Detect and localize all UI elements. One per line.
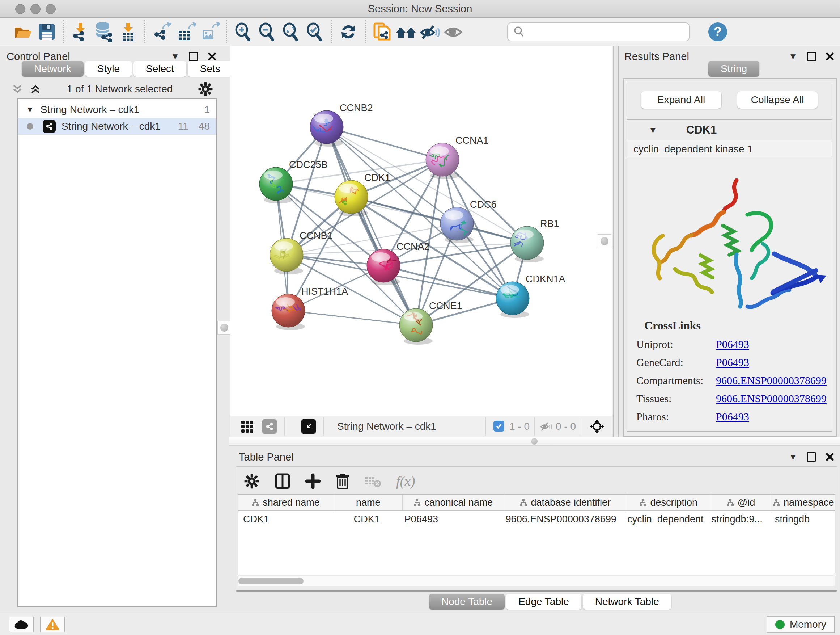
toolbar-separator (331, 20, 332, 43)
results-panel-divider[interactable] (613, 46, 619, 437)
zoom-out-button[interactable] (255, 20, 279, 44)
crosslink-pharos[interactable]: P06493 (716, 410, 749, 423)
memory-status-dot (775, 620, 785, 629)
help-button[interactable]: ? (708, 22, 727, 41)
panel-float-icon[interactable] (807, 52, 816, 61)
add-column-icon[interactable] (305, 473, 321, 489)
search-input[interactable] (529, 26, 686, 38)
panel-close-icon[interactable] (826, 52, 834, 61)
node-label-CCNB1: CCNB1 (300, 230, 333, 241)
tab-string[interactable]: String (708, 61, 759, 77)
node-CCNB1[interactable]: CCNB1 (270, 230, 333, 274)
node-CCNE1[interactable]: CCNE1 (399, 301, 462, 345)
panel-close-icon[interactable] (208, 52, 216, 61)
column-type-icon (773, 499, 780, 506)
cell-shared-name: CDK1 (238, 511, 334, 527)
crosslink-genecard[interactable]: P06493 (716, 356, 749, 369)
column-header-at-id[interactable]: @id (710, 494, 772, 510)
cell-description: cyclin–dependent ... (622, 511, 706, 527)
expand-all-icon[interactable] (29, 83, 42, 95)
hide-details-button[interactable] (418, 20, 442, 44)
gene-collapse-icon[interactable]: ▼ (649, 125, 657, 135)
column-header-shared-name[interactable]: shared name (238, 494, 334, 510)
panel-close-icon[interactable] (826, 453, 834, 461)
network-view-mode-icon[interactable] (262, 419, 277, 434)
panel-float-icon[interactable] (189, 52, 198, 61)
left-splitter-handle[interactable] (218, 321, 231, 334)
tree-expand-icon[interactable]: ▼ (26, 105, 34, 114)
collapse-all-icon[interactable] (11, 83, 24, 95)
network-canvas[interactable]: CCNB2CCNA1CDC25BCDK1CDC6RB1CCNB1CCNA2CDK… (230, 46, 612, 416)
node-CDK1[interactable]: CDK1 (332, 172, 390, 217)
import-network-file-button[interactable] (68, 20, 92, 44)
network-options-gear-icon[interactable] (197, 81, 213, 97)
birdseye-view-icon[interactable] (301, 419, 316, 434)
memory-button[interactable]: Memory (767, 616, 835, 633)
tab-style[interactable]: Style (85, 61, 132, 77)
panel-menu-icon[interactable]: ▼ (789, 51, 797, 62)
table-panel-splitter[interactable] (229, 437, 840, 446)
column-header-canonical-name[interactable]: canonical name (403, 494, 504, 510)
delete-table-icon[interactable] (364, 474, 382, 488)
node-HIST1H1A[interactable]: HIST1H1A (272, 286, 348, 330)
show-details-button[interactable] (442, 20, 466, 44)
toolbar-separator (365, 20, 366, 43)
column-header-name[interactable]: name (334, 494, 403, 510)
zoom-in-button[interactable] (231, 20, 255, 44)
pan-crosshair-icon[interactable] (589, 418, 605, 434)
clone-network-button[interactable] (370, 20, 394, 44)
refresh-button[interactable] (336, 20, 360, 44)
import-table-file-button[interactable] (116, 20, 140, 44)
export-network-button[interactable] (150, 20, 174, 44)
toolbar-separator (63, 20, 64, 43)
collapse-all-button[interactable]: Collapse All (737, 91, 818, 109)
network-collection-row[interactable]: ▼ String Network – cdk1 1 (18, 101, 216, 118)
node-RB1[interactable]: RB1 (510, 218, 559, 263)
zoom-fit-button[interactable] (279, 20, 303, 44)
warnings-button[interactable] (40, 616, 65, 632)
crosslink-tissues[interactable]: 9606.ENSP00000378699 (716, 393, 827, 405)
tab-select[interactable]: Select (134, 61, 186, 77)
node-table[interactable]: shared name name canonical name database… (238, 494, 835, 575)
right-splitter-handle[interactable] (598, 234, 611, 248)
zoom-selected-button[interactable] (303, 20, 327, 44)
cloud-status-button[interactable] (9, 616, 34, 632)
tab-node-table[interactable]: Node Table (429, 594, 505, 610)
network-row[interactable]: String Network – cdk1 11 48 (18, 118, 216, 135)
node-CCNA1[interactable]: CCNA1 (426, 135, 489, 179)
scrollbar-thumb[interactable] (238, 578, 303, 584)
panel-float-icon[interactable] (807, 452, 816, 462)
grid-mode-icon[interactable] (241, 420, 254, 433)
column-header-namespace[interactable]: namespace (772, 494, 835, 510)
crosslink-uniprot[interactable]: P06493 (716, 338, 749, 350)
function-builder-icon[interactable]: f(x) (396, 473, 415, 489)
show-columns-icon[interactable] (275, 473, 291, 489)
table-options-gear-icon[interactable] (243, 473, 260, 489)
column-header-description[interactable]: description (627, 494, 710, 510)
import-network-database-button[interactable] (92, 20, 116, 44)
panel-menu-icon[interactable]: ▼ (171, 51, 180, 62)
tab-sets[interactable]: Sets (188, 61, 233, 77)
expand-all-button[interactable]: Expand All (641, 91, 722, 109)
crosslink-compartments[interactable]: 9606.ENSP00000378699 (716, 374, 827, 386)
hidden-eye-icon[interactable] (540, 421, 553, 432)
edge-CCNA2-CDKN1A[interactable] (384, 266, 513, 298)
column-header-database-identifier[interactable]: database identifier (504, 494, 627, 510)
table-horizontal-scrollbar[interactable] (238, 576, 835, 586)
table-row[interactable]: CDK1 CDK1 P06493 9606.ENSP00000378699 cy… (238, 511, 835, 527)
tab-network-table[interactable]: Network Table (583, 594, 671, 610)
panel-menu-icon[interactable]: ▼ (789, 452, 797, 462)
show-all-windows-button[interactable] (394, 20, 418, 44)
node-CDKN1A[interactable]: CDKN1A (496, 274, 565, 318)
selected-nodes-checkbox[interactable] (493, 421, 504, 432)
tab-network[interactable]: Network (22, 61, 84, 77)
node-CDC6[interactable]: CDC6 (440, 199, 497, 243)
edge-HIST1H1A-CCNE1[interactable] (288, 310, 416, 325)
open-session-button[interactable] (11, 20, 35, 44)
delete-column-icon[interactable] (335, 472, 350, 490)
export-image-button[interactable] (197, 20, 221, 44)
export-table-button[interactable] (174, 20, 197, 44)
collection-count: 1 (204, 104, 210, 116)
save-session-button[interactable] (35, 20, 58, 44)
tab-edge-table[interactable]: Edge Table (506, 594, 581, 610)
